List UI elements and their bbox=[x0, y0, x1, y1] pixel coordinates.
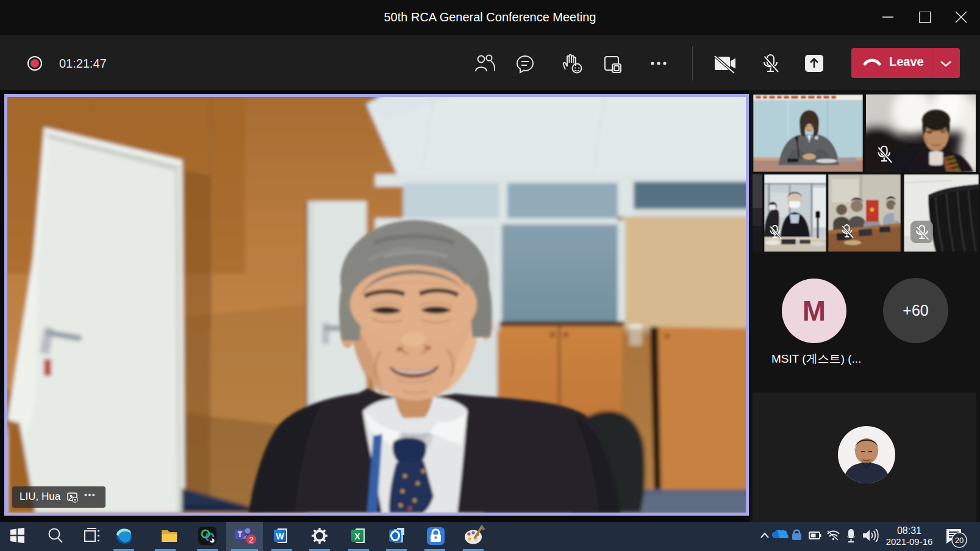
svg-text:W: W bbox=[276, 531, 284, 541]
svg-text:2: 2 bbox=[249, 535, 253, 544]
svg-text:2021-09-16: 2021-09-16 bbox=[886, 536, 933, 547]
svg-text:T: T bbox=[238, 530, 243, 539]
svg-text:X: X bbox=[354, 531, 360, 541]
svg-text:08:31: 08:31 bbox=[897, 525, 921, 536]
svg-text:20: 20 bbox=[955, 536, 964, 545]
